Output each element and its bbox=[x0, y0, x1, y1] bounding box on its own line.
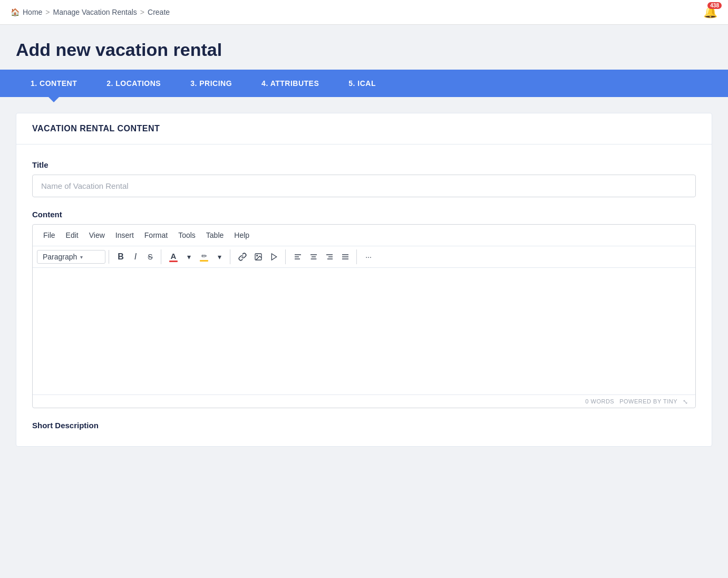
font-color-button[interactable]: A bbox=[166, 249, 181, 264]
tab-content[interactable]: 1. CONTENT bbox=[16, 70, 92, 97]
paragraph-selector-group: Paragraph ▾ bbox=[37, 250, 109, 264]
svg-marker-2 bbox=[271, 254, 276, 260]
home-icon: 🏠 bbox=[11, 8, 20, 16]
word-count: 0 WORDS bbox=[585, 398, 614, 404]
breadcrumb-home[interactable]: Home bbox=[23, 8, 42, 16]
align-right-button[interactable] bbox=[322, 249, 337, 264]
breadcrumb: 🏠 Home > Manage Vacation Rentals > Creat… bbox=[11, 8, 170, 16]
font-color-group: A ▾ ✏ ▾ bbox=[166, 249, 230, 264]
editor-toolbar: Paragraph ▾ B I S bbox=[33, 246, 695, 268]
font-color-bar bbox=[169, 261, 178, 262]
powered-by: POWERED BY TINY bbox=[619, 398, 677, 404]
menu-table[interactable]: Table bbox=[202, 229, 228, 242]
tab-attributes[interactable]: 4. ATTRIBUTES bbox=[247, 70, 334, 97]
editor-body[interactable] bbox=[33, 268, 695, 394]
card-title: VACATION RENTAL CONTENT bbox=[32, 124, 696, 133]
card-header: VACATION RENTAL CONTENT bbox=[16, 113, 712, 144]
card-body: Title Content File Edit View Insert Form… bbox=[16, 144, 712, 446]
strikethrough-button[interactable]: S bbox=[143, 249, 158, 264]
menu-view[interactable]: View bbox=[85, 229, 109, 242]
content-field-group: Content File Edit View Insert Format Too… bbox=[32, 210, 696, 408]
notification-bell[interactable]: 🔔 438 bbox=[703, 5, 717, 19]
text-format-group: B I S bbox=[113, 249, 161, 264]
image-button[interactable] bbox=[250, 249, 266, 264]
title-label: Title bbox=[32, 160, 696, 169]
font-color-icon: A bbox=[171, 252, 177, 260]
tab-nav: 1. CONTENT 2. LOCATIONS 3. PRICING 4. AT… bbox=[0, 70, 728, 97]
menu-insert[interactable]: Insert bbox=[111, 229, 138, 242]
align-left-button[interactable] bbox=[290, 249, 306, 264]
menu-tools[interactable]: Tools bbox=[174, 229, 200, 242]
tab-locations[interactable]: 2. LOCATIONS bbox=[92, 70, 176, 97]
menu-edit[interactable]: Edit bbox=[62, 229, 83, 242]
rich-text-editor: File Edit View Insert Format Tools Table… bbox=[32, 224, 696, 408]
page-title: Add new vacation rental bbox=[16, 40, 712, 60]
more-button[interactable]: ··· bbox=[361, 249, 376, 264]
breadcrumb-manage[interactable]: Manage Vacation Rentals bbox=[53, 8, 137, 16]
media-group bbox=[235, 249, 286, 264]
menu-format[interactable]: Format bbox=[140, 229, 172, 242]
link-button[interactable] bbox=[235, 249, 250, 264]
title-field-group: Title bbox=[32, 160, 696, 197]
svg-point-1 bbox=[257, 255, 258, 256]
page-title-area: Add new vacation rental bbox=[0, 25, 728, 70]
italic-button[interactable]: I bbox=[128, 249, 143, 264]
short-description-label: Short Description bbox=[32, 421, 99, 430]
title-input[interactable] bbox=[32, 175, 696, 197]
breadcrumb-current: Create bbox=[148, 8, 170, 16]
tab-pricing[interactable]: 3. PRICING bbox=[176, 70, 247, 97]
highlight-bar bbox=[200, 260, 208, 262]
font-color-chevron[interactable]: ▾ bbox=[181, 249, 196, 264]
main-content: VACATION RENTAL CONTENT Title Content Fi… bbox=[0, 97, 728, 463]
breadcrumb-sep1: > bbox=[45, 8, 50, 16]
editor-footer: 0 WORDS POWERED BY TINY ⤡ bbox=[33, 394, 695, 408]
menu-help[interactable]: Help bbox=[230, 229, 254, 242]
short-description-section: Short Description bbox=[32, 421, 696, 430]
topbar: 🏠 Home > Manage Vacation Rentals > Creat… bbox=[0, 0, 728, 25]
media-button[interactable] bbox=[266, 249, 282, 264]
highlight-button[interactable]: ✏ bbox=[196, 249, 212, 264]
paragraph-chevron-icon: ▾ bbox=[80, 254, 83, 260]
align-justify-button[interactable] bbox=[337, 249, 353, 264]
vacation-rental-card: VACATION RENTAL CONTENT Title Content Fi… bbox=[16, 113, 712, 447]
breadcrumb-sep2: > bbox=[140, 8, 144, 16]
more-group: ··· bbox=[361, 249, 379, 264]
paragraph-select[interactable]: Paragraph ▾ bbox=[37, 250, 105, 264]
align-center-button[interactable] bbox=[306, 249, 322, 264]
tab-ical[interactable]: 5. ICAL bbox=[334, 70, 391, 97]
content-label: Content bbox=[32, 210, 696, 219]
alignment-group bbox=[290, 249, 357, 264]
bold-button[interactable]: B bbox=[113, 249, 128, 264]
notification-badge: 438 bbox=[707, 2, 722, 9]
highlight-chevron[interactable]: ▾ bbox=[212, 249, 227, 264]
paragraph-label: Paragraph bbox=[43, 253, 77, 261]
editor-menubar: File Edit View Insert Format Tools Table… bbox=[33, 225, 695, 246]
resize-handle-icon[interactable]: ⤡ bbox=[683, 398, 689, 404]
highlight-icon: ✏ bbox=[201, 253, 207, 259]
menu-file[interactable]: File bbox=[39, 229, 60, 242]
